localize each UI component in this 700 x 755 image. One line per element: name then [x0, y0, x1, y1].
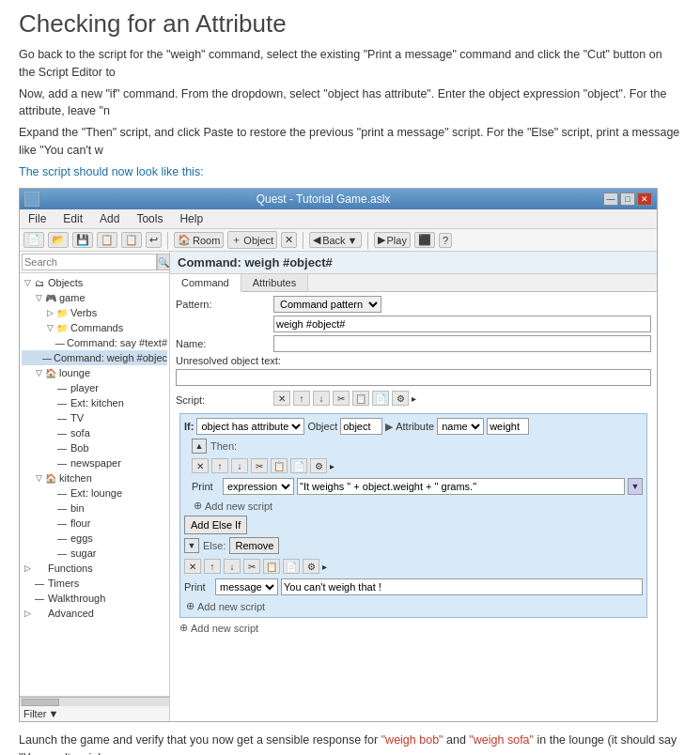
- maximize-button[interactable]: □: [620, 193, 635, 206]
- script-area: If: object has attribute Object ▶ Attrib…: [179, 413, 647, 618]
- tree-item-lounge[interactable]: ▽ 🏠 lounge: [22, 365, 167, 380]
- tab-attributes[interactable]: Attributes: [241, 274, 308, 291]
- else-print-type-select[interactable]: message: [215, 578, 278, 595]
- name-input[interactable]: [273, 335, 651, 352]
- toolbar-back-btn[interactable]: ◀ Back ▼: [309, 232, 361, 248]
- filter-chevron-icon: ▼: [48, 708, 58, 719]
- menu-edit[interactable]: Edit: [59, 211, 86, 226]
- tree-label: TV: [70, 412, 84, 424]
- menu-help[interactable]: Help: [176, 211, 207, 226]
- toolbar-debug-btn[interactable]: ⬛: [414, 232, 435, 248]
- minimize-button[interactable]: —: [603, 193, 618, 206]
- else-up-btn[interactable]: ↑: [204, 559, 221, 574]
- tree-item-bob[interactable]: — Bob: [22, 440, 167, 455]
- else-print-input[interactable]: [281, 578, 643, 595]
- tree-item-eggs[interactable]: — eggs: [22, 531, 167, 546]
- toolbar-object-btn[interactable]: ＋ Object: [227, 231, 277, 249]
- else-down-btn[interactable]: ↓: [224, 559, 241, 574]
- menu-add[interactable]: Add: [96, 211, 123, 226]
- if-attribute-select[interactable]: name: [437, 418, 484, 435]
- right-panel: Command: weigh #object# Command Attribut…: [170, 252, 657, 721]
- tab-command[interactable]: Command: [170, 274, 241, 292]
- tree-item-game[interactable]: ▽ 🎮 game: [22, 290, 167, 305]
- script-cut-btn[interactable]: ✕: [273, 391, 290, 406]
- toolbar-new-btn[interactable]: 📄: [23, 232, 44, 248]
- script-copy-btn[interactable]: 📋: [352, 391, 369, 406]
- script-paste-btn[interactable]: 📄: [372, 391, 389, 406]
- toolbar-undo-btn[interactable]: ↩: [146, 232, 162, 248]
- tree-item-functions[interactable]: ▷ Functions: [22, 561, 167, 576]
- else-collapse-btn[interactable]: ▼: [184, 538, 199, 553]
- then-up-btn[interactable]: ↑: [211, 458, 228, 473]
- tree-item-walkthrough[interactable]: — Walkthrough: [22, 591, 167, 606]
- then-copy-btn[interactable]: 📋: [271, 458, 288, 473]
- search-input[interactable]: [22, 254, 157, 270]
- pattern-select[interactable]: Command pattern: [273, 296, 381, 313]
- tree-item-ext-lounge[interactable]: — Ext: lounge: [22, 485, 167, 501]
- toolbar-delete-btn[interactable]: ✕: [281, 232, 297, 248]
- else-add-new-script-btn[interactable]: ⊕ Add new script: [184, 599, 643, 613]
- pattern-input[interactable]: [273, 316, 651, 332]
- tree-item-newspaper[interactable]: — newspaper: [22, 455, 167, 470]
- else-settings-btn[interactable]: ⚙: [303, 559, 319, 574]
- then-scissors-btn[interactable]: ✂: [251, 458, 268, 473]
- if-attribute-input[interactable]: [487, 418, 529, 435]
- add-else-if-button[interactable]: Add Else If: [184, 516, 247, 534]
- tree-item-verbs[interactable]: ▷ 📁 Verbs: [22, 305, 167, 320]
- close-button[interactable]: ✕: [637, 193, 652, 206]
- tree-item-kitchen[interactable]: ▽ 🏠 kitchen: [22, 470, 167, 485]
- scrollbar-thumb[interactable]: [22, 699, 59, 706]
- if-condition-select[interactable]: object has attribute: [196, 418, 304, 435]
- tree-item-flour[interactable]: — flour: [22, 516, 167, 531]
- item-icon: —: [55, 532, 69, 545]
- then-down-btn[interactable]: ↓: [231, 458, 248, 473]
- tree-item-bin[interactable]: — bin: [22, 501, 167, 516]
- then-add-new-script-btn[interactable]: ⊕ Add new script: [192, 499, 643, 513]
- toolbar-help-btn[interactable]: ?: [439, 233, 452, 248]
- tree-item-sugar[interactable]: — sugar: [22, 546, 167, 561]
- menu-tools[interactable]: Tools: [132, 211, 166, 226]
- toolbar-room-btn[interactable]: 🏠 Room: [174, 232, 224, 248]
- tree-item-cmd-weigh[interactable]: — Command: weigh #objec: [22, 350, 167, 365]
- outer-add-new-script-btn[interactable]: ⊕ Add new script: [176, 620, 651, 636]
- else-cut-btn[interactable]: ✕: [184, 559, 201, 574]
- h-scrollbar[interactable]: [20, 697, 169, 706]
- else-copy-btn[interactable]: 📋: [263, 559, 280, 574]
- tree-item-tv[interactable]: — TV: [22, 410, 167, 425]
- tree-item-player[interactable]: — player: [22, 380, 167, 395]
- then-print-type-select[interactable]: expression: [223, 478, 294, 495]
- script-up-btn[interactable]: ↑: [293, 391, 310, 406]
- toolbar-copy-btn[interactable]: 📋: [97, 232, 117, 248]
- tree-item-advanced[interactable]: ▷ Advanced: [22, 606, 167, 621]
- tree-label: Ext: kitchen: [70, 397, 124, 408]
- then-print-dropdown-btn[interactable]: ▼: [628, 478, 643, 495]
- else-remove-btn[interactable]: Remove: [229, 537, 279, 554]
- toolbar-play-btn[interactable]: ▶ Play: [374, 232, 411, 248]
- menu-file[interactable]: File: [24, 211, 50, 226]
- then-cut-btn[interactable]: ✕: [192, 458, 209, 473]
- script-settings-btn[interactable]: ⚙: [392, 391, 409, 406]
- else-scissors-btn[interactable]: ✂: [243, 559, 260, 574]
- unresolved-input[interactable]: [176, 369, 651, 386]
- filter-button[interactable]: Filter ▼: [23, 708, 58, 719]
- tree-item-commands[interactable]: ▽ 📁 Commands: [22, 320, 167, 335]
- open-icon: 📂: [52, 234, 65, 246]
- tree-item-objects[interactable]: ▽ 🗂 Objects: [22, 275, 167, 290]
- toolbar-save-btn[interactable]: 💾: [72, 232, 93, 248]
- else-paste-btn[interactable]: 📄: [283, 559, 300, 574]
- then-paste-btn[interactable]: 📄: [290, 458, 307, 473]
- if-object-input[interactable]: [340, 418, 382, 435]
- then-collapse-btn[interactable]: ▲: [192, 439, 207, 454]
- then-print-input[interactable]: [297, 478, 625, 495]
- script-scissors-btn[interactable]: ✂: [333, 391, 350, 406]
- tree-item-cmd-say[interactable]: — Command: say #text#: [22, 335, 167, 350]
- then-settings-btn[interactable]: ⚙: [310, 458, 327, 473]
- tree-item-timers[interactable]: — Timers: [22, 576, 167, 591]
- then-section: ▲ Then: ✕ ↑ ↓ ✂ 📋 📄 ⚙ ▸: [192, 439, 643, 513]
- tree-item-ext-kitchen[interactable]: — Ext: kitchen: [22, 395, 167, 410]
- toolbar-paste-btn[interactable]: 📋: [121, 232, 142, 248]
- tree-item-sofa[interactable]: — sofa: [22, 425, 167, 440]
- script-down-btn[interactable]: ↓: [313, 391, 330, 406]
- toolbar-open-btn[interactable]: 📂: [48, 232, 69, 248]
- search-button[interactable]: 🔍: [157, 254, 170, 270]
